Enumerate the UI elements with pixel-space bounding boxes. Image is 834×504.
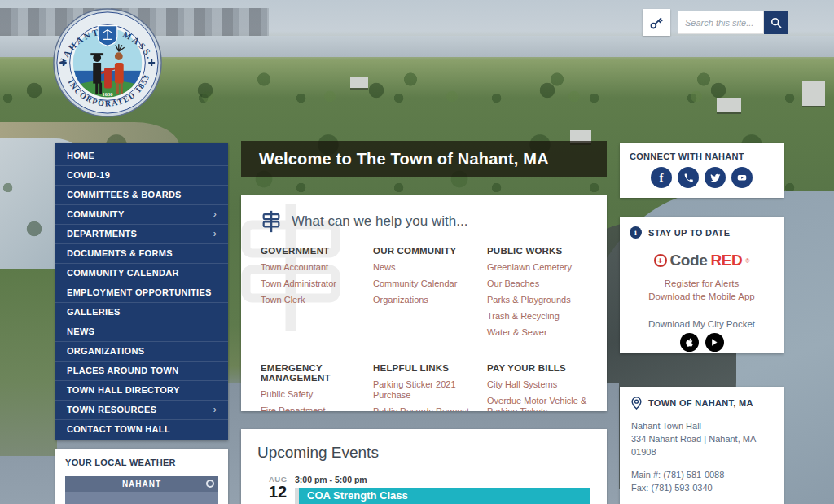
sidebar-item-organizations[interactable]: ORGANIZATIONS <box>55 342 228 362</box>
contact-line: Main #: (781) 581-0088 <box>631 468 772 481</box>
page: 1630 NAHANT MASS. INCORPORATED 1853 <box>0 0 834 504</box>
help-link[interactable]: Trash & Recycling <box>487 311 607 322</box>
help-link[interactable]: Town Accountant <box>261 262 373 273</box>
sidebar-item-places-around-town[interactable]: PLACES AROUND TOWN <box>55 362 228 381</box>
help-link[interactable]: Parks & Playgrounds <box>487 295 607 305</box>
help-link[interactable]: Overdue Motor Vehicle & Parking Tickets <box>487 396 589 411</box>
local-weather-card: YOUR LOCAL WEATHER NAHANT <box>55 449 228 504</box>
help-column-title: OUR COMMUNITY <box>373 246 487 256</box>
codered-cross-icon: + <box>654 254 667 267</box>
town-contact-card: TOWN OF NAHANT, MA Nahant Town Hall 334 … <box>620 387 784 504</box>
event-date: AUG 12 <box>257 475 292 504</box>
help-column-title: EMERGENCY MANAGEMENT <box>261 363 350 383</box>
weather-widget: NAHANT <box>65 476 218 504</box>
sidebar-item-town-hall-directory[interactable]: TOWN HALL DIRECTORY <box>55 381 228 401</box>
sidebar-item-employment-opportunities[interactable]: EMPLOYMENT OPPORTUNITIES <box>55 283 228 303</box>
help-title: What can we help you with... <box>292 213 467 230</box>
youtube-icon[interactable] <box>731 167 753 188</box>
contact-line: Nahant Town Hall <box>631 419 772 432</box>
registered-mark: ® <box>745 258 749 264</box>
contact-line: 334 Nahant Road | Nahant, MA 01908 <box>631 432 772 458</box>
chevron-right-icon: › <box>213 405 217 414</box>
help-link[interactable]: Fire Department <box>261 405 373 411</box>
sidebar-item-label: COMMUNITY CALENDAR <box>67 268 179 278</box>
register-for-alerts-link[interactable]: Register for Alerts <box>630 277 774 290</box>
sidebar-item-label: TOWN HALL DIRECTORY <box>67 385 180 395</box>
sidebar-item-label: DOCUMENTS & FORMS <box>67 248 173 258</box>
twitter-icon[interactable] <box>705 167 726 188</box>
town-seal-logo[interactable]: 1630 NAHANT MASS. INCORPORATED 1853 <box>51 7 164 119</box>
key-icon <box>649 15 664 30</box>
search-input[interactable] <box>678 11 764 34</box>
codered-text-red: RED <box>710 252 742 270</box>
help-column-helpful-links: HELPFUL LINKS Parking Sticker 2021 Purch… <box>373 363 487 411</box>
sidebar-item-label: GALLERIES <box>67 307 121 317</box>
gear-icon[interactable] <box>206 480 214 488</box>
codered-logo[interactable]: + CodeRED® <box>630 252 774 270</box>
info-icon: i <box>630 226 642 239</box>
search-icon <box>770 17 782 28</box>
sidebar-item-contact-town-hall[interactable]: CONTACT TOWN HALL <box>55 420 228 439</box>
grass-left <box>0 269 57 456</box>
seal-year: 1630 <box>103 91 113 97</box>
help-link[interactable]: Community Calendar <box>373 278 487 289</box>
login-key-button[interactable] <box>643 9 670 36</box>
signpost-icon <box>261 210 282 233</box>
help-link[interactable]: Greenlawn Cemetery <box>487 262 607 273</box>
event-day: 12 <box>269 484 292 500</box>
sidebar-item-label: COVID-19 <box>67 170 110 180</box>
codered-text-code: Code <box>670 252 708 270</box>
sidebar-item-community[interactable]: COMMUNITY› <box>55 205 228 225</box>
help-card: What can we help you with... GOVERNMENT … <box>241 195 607 411</box>
help-link[interactable]: Water & Sewer <box>487 327 607 338</box>
help-link[interactable]: Our Beaches <box>487 278 607 289</box>
house <box>717 98 741 112</box>
stay-title: STAY UP TO DATE <box>648 228 730 238</box>
sidebar-item-committees-boards[interactable]: COMMITTEES & BOARDS <box>55 186 228 205</box>
sidebar-item-documents-forms[interactable]: DOCUMENTS & FORMS <box>55 244 228 264</box>
help-link[interactable]: News <box>373 262 487 273</box>
sidebar-item-news[interactable]: NEWS <box>55 322 228 342</box>
sidebar-item-galleries[interactable]: GALLERIES <box>55 303 228 322</box>
help-column-government: GOVERNMENT Town Accountant Town Administ… <box>261 246 373 344</box>
events-title: Upcoming Events <box>257 444 590 462</box>
search-button[interactable] <box>764 11 788 34</box>
sidebar-item-label: COMMUNITY <box>67 209 125 219</box>
help-link[interactable]: Organizations <box>373 295 487 305</box>
help-link[interactable]: Town Administrator <box>261 278 373 289</box>
help-link[interactable]: Public Safety <box>261 389 373 400</box>
help-link[interactable]: Public Records Request Form <box>373 406 487 411</box>
sidebar-item-label: CONTACT TOWN HALL <box>67 424 170 434</box>
help-link[interactable]: Parking Sticker 2021 Purchase <box>373 379 487 401</box>
help-column-title: PUBLIC WORKS <box>487 246 607 256</box>
house <box>802 81 825 106</box>
sidebar-item-town-resources[interactable]: TOWN RESOURCES› <box>55 401 228 420</box>
house <box>350 77 368 88</box>
contact-title: TOWN OF NAHANT, MA <box>648 398 753 408</box>
help-column-public-works: PUBLIC WORKS Greenlawn Cemetery Our Beac… <box>487 246 607 344</box>
sidebar-item-home[interactable]: HOME <box>55 147 228 166</box>
facebook-icon[interactable]: f <box>651 167 672 188</box>
sidebar-item-covid-19[interactable]: COVID-19 <box>55 166 228 186</box>
help-links-grid: GOVERNMENT Town Accountant Town Administ… <box>261 246 589 411</box>
help-link[interactable]: City Hall Systems <box>487 379 607 390</box>
sidebar-item-community-calendar[interactable]: COMMUNITY CALENDAR <box>55 264 228 283</box>
download-mobile-app-link[interactable]: Download the Mobile App <box>630 290 774 303</box>
help-column-our-community: OUR COMMUNITY News Community Calendar Or… <box>373 246 487 344</box>
google-play-icon[interactable] <box>705 333 724 352</box>
main-navigation: HOME COVID-19 COMMITTEES & BOARDS COMMUN… <box>55 143 228 440</box>
help-column-title: PAY YOUR BILLS <box>487 363 607 373</box>
help-column-title: HELPFUL LINKS <box>373 363 487 373</box>
sidebar-item-label: NEWS <box>67 327 94 336</box>
facebook-glyph: f <box>660 171 664 185</box>
site-search <box>678 11 788 34</box>
phone-icon[interactable] <box>678 167 699 188</box>
event-name[interactable]: COA Strength Class <box>295 488 590 504</box>
apple-app-store-icon[interactable] <box>680 333 699 352</box>
event-list-item[interactable]: AUG 12 3:00 pm - 5:00 pm COA Strength Cl… <box>257 475 590 504</box>
sidebar-item-label: COMMITTEES & BOARDS <box>67 190 182 199</box>
sidebar-item-departments[interactable]: DEPARTMENTS› <box>55 225 228 244</box>
help-link[interactable]: Town Clerk <box>261 295 373 305</box>
location-pin-icon <box>631 397 642 410</box>
sidebar-item-label: TOWN RESOURCES <box>67 405 156 414</box>
